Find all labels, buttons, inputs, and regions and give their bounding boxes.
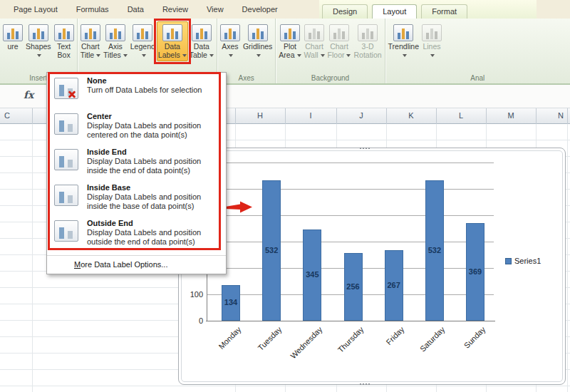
ribbon-button-gridlines[interactable]: Gridlines [242, 21, 274, 61]
tab-developer[interactable]: Developer [233, 2, 287, 17]
dropdown-arrow-icon [403, 54, 407, 57]
chart-legend[interactable]: Series1 [505, 257, 541, 265]
red-arrow-annotation [225, 201, 254, 214]
bar-value-label: 134 [217, 298, 245, 306]
tab-formulas[interactable]: Formulas [67, 2, 118, 17]
ribbon-button-data-table[interactable]: DataTable [188, 21, 215, 61]
main-tabs: Page LayoutFormulasDataReviewViewDevelop… [4, 0, 287, 19]
header-separator [386, 108, 387, 124]
header-separator [486, 108, 487, 124]
column-header-l[interactable]: L [453, 111, 469, 120]
tab-layout[interactable]: Layout [372, 4, 417, 19]
chart-gridline [207, 215, 494, 216]
y-axis-tick-label: 100 [183, 290, 203, 299]
selection-handle-icon[interactable] [360, 148, 370, 149]
dropdown-arrow-icon [96, 54, 100, 57]
dropdown-arrow-icon [229, 54, 233, 57]
dropdown-arrow-icon [182, 54, 187, 57]
chart-gridline [207, 189, 494, 190]
ribbon-group-label-anal: Anal [387, 73, 569, 83]
selection-handle-icon[interactable] [360, 383, 370, 385]
y-axis-tick-label: 0 [183, 316, 203, 325]
ribbon-group-anal: TrendlineLinesAnal [385, 19, 570, 83]
column-header-c[interactable]: C [0, 111, 15, 120]
bar-value-label: 532 [420, 246, 449, 254]
ribbon-button-plot-area[interactable]: PlotArea [277, 21, 302, 61]
header-separator [285, 108, 286, 124]
column-chart-icon [358, 24, 378, 41]
dropdown-arrow-icon [321, 54, 325, 57]
column-header-n[interactable]: N [553, 111, 569, 120]
tab-review[interactable]: Review [153, 2, 197, 17]
center-position-icon [54, 113, 78, 135]
none-position-icon [54, 78, 78, 99]
chart[interactable]: Series1 0100200300400500600134Monday532T… [178, 148, 566, 385]
menu-item-inside-end[interactable]: Inside EndDisplay Data Labels and positi… [47, 147, 226, 182]
legend-swatch-icon [505, 258, 512, 264]
x-axis-line [206, 321, 495, 321]
ribbon-button-trendline[interactable]: Trendline [387, 21, 420, 61]
menu-item-list: NoneTurn off Data Labels for selectionCe… [47, 73, 226, 255]
bar-value-label: 345 [298, 270, 326, 279]
bar-value-label: 256 [339, 282, 368, 291]
ribbon-group-label-background: Background [277, 73, 383, 83]
menu-item-none[interactable]: NoneTurn off Data Labels for selection [47, 76, 226, 111]
outside-end-position-icon [54, 220, 78, 242]
menu-item-more-data-label-options[interactable]: More Data Label Options... [47, 255, 226, 274]
ribbon-tab-bar: Page LayoutFormulasDataReviewViewDevelop… [0, 0, 570, 19]
column-header-k[interactable]: K [403, 111, 419, 120]
tab-view[interactable]: View [197, 2, 233, 17]
ribbon-button-chart-floor: ChartFloor [326, 21, 353, 61]
insert-function-icon[interactable]: fx [24, 89, 33, 100]
menu-item-inside-base[interactable]: Inside BaseDisplay Data Labels and posit… [47, 182, 226, 218]
grid-column-line [32, 124, 33, 392]
inside-end-position-icon [54, 149, 78, 170]
ribbon-button-text-box[interactable]: TextBox [53, 21, 76, 61]
tab-design[interactable]: Design [322, 4, 368, 19]
ribbon-button-chart-wall: ChartWall [303, 21, 326, 61]
column-chart-icon [133, 24, 152, 41]
ribbon-button-axis-titles[interactable]: AxisTitles [102, 21, 129, 61]
ribbon-button-picture-partial[interactable]: ure [1, 21, 24, 61]
column-chart-icon [220, 24, 240, 41]
column-chart-icon [248, 24, 268, 41]
column-chart-icon [3, 24, 23, 41]
bar-value-label: 532 [257, 246, 286, 254]
tab-page-layout[interactable]: Page Layout [4, 2, 67, 17]
accelerator-letter: M [74, 260, 81, 269]
column-chart-icon [54, 24, 74, 41]
header-separator [436, 108, 437, 124]
ribbon-button-3-d-rotation: 3-DRotation [352, 21, 383, 61]
legend-label: Series1 [514, 257, 541, 265]
grid-column-line [567, 124, 568, 392]
chart-gridline [207, 242, 494, 242]
data-labels-dropdown-menu: NoneTurn off Data Labels for selectionCe… [46, 72, 227, 274]
bar-value-label: 267 [380, 281, 408, 289]
ribbon-group-label-axes: Axes [219, 73, 274, 83]
column-chart-icon [162, 24, 182, 41]
dropdown-arrow-icon [346, 54, 351, 57]
ribbon-button-legend[interactable]: Legend [129, 21, 157, 61]
column-header-i[interactable]: I [303, 111, 318, 120]
header-separator [336, 108, 337, 124]
column-header-j[interactable]: J [353, 111, 369, 120]
tab-data[interactable]: Data [118, 2, 153, 17]
column-header-m[interactable]: M [503, 111, 519, 120]
menu-item-outside-end[interactable]: Outside EndDisplay Data Labels and posit… [47, 218, 226, 254]
ribbon-button-axes[interactable]: Axes [219, 21, 242, 61]
column-chart-icon [280, 24, 300, 41]
header-separator [536, 108, 537, 124]
menu-item-center[interactable]: CenterDisplay Data Labels and position c… [47, 111, 226, 147]
column-chart-icon [304, 24, 324, 41]
dropdown-arrow-icon [123, 54, 128, 57]
chart-gridline [207, 163, 494, 163]
tab-format[interactable]: Format [421, 4, 467, 19]
column-chart-icon [28, 24, 48, 41]
ribbon-button-shapes[interactable]: Shapes [24, 21, 53, 61]
ribbon-button-chart-title[interactable]: ChartTitle [79, 21, 102, 61]
column-chart-icon [105, 24, 125, 41]
contextual-tabs: DesignLayoutFormat [322, 0, 472, 19]
ribbon-button-data-labels[interactable]: DataLabels [157, 21, 188, 61]
column-header-h[interactable]: H [252, 111, 268, 120]
dropdown-arrow-icon [142, 54, 146, 57]
